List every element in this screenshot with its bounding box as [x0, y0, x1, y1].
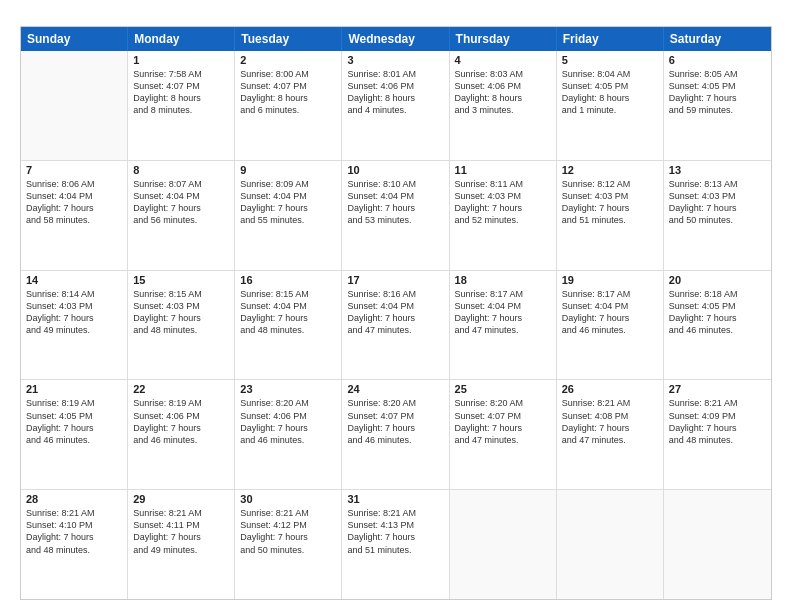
- calendar-cell: 3Sunrise: 8:01 AMSunset: 4:06 PMDaylight…: [342, 51, 449, 160]
- daylight-text-cont: and 8 minutes.: [133, 104, 229, 116]
- daylight-text: Daylight: 7 hours: [669, 202, 766, 214]
- daylight-text-cont: and 47 minutes.: [455, 324, 551, 336]
- day-number: 20: [669, 274, 766, 286]
- daylight-text: Daylight: 7 hours: [240, 422, 336, 434]
- day-number: 28: [26, 493, 122, 505]
- daylight-text-cont: and 52 minutes.: [455, 214, 551, 226]
- sunrise-text: Sunrise: 8:15 AM: [240, 288, 336, 300]
- daylight-text-cont: and 47 minutes.: [455, 434, 551, 446]
- calendar-cell: [557, 490, 664, 599]
- daylight-text-cont: and 46 minutes.: [133, 434, 229, 446]
- sunrise-text: Sunrise: 8:04 AM: [562, 68, 658, 80]
- sunset-text: Sunset: 4:04 PM: [133, 190, 229, 202]
- sunrise-text: Sunrise: 8:06 AM: [26, 178, 122, 190]
- sunset-text: Sunset: 4:04 PM: [26, 190, 122, 202]
- sunset-text: Sunset: 4:07 PM: [347, 410, 443, 422]
- calendar-cell: 15Sunrise: 8:15 AMSunset: 4:03 PMDayligh…: [128, 271, 235, 380]
- calendar-cell: 14Sunrise: 8:14 AMSunset: 4:03 PMDayligh…: [21, 271, 128, 380]
- daylight-text-cont: and 49 minutes.: [26, 324, 122, 336]
- sunset-text: Sunset: 4:03 PM: [669, 190, 766, 202]
- day-number: 7: [26, 164, 122, 176]
- sunset-text: Sunset: 4:11 PM: [133, 519, 229, 531]
- sunrise-text: Sunrise: 8:20 AM: [240, 397, 336, 409]
- sunset-text: Sunset: 4:07 PM: [455, 410, 551, 422]
- daylight-text: Daylight: 8 hours: [240, 92, 336, 104]
- sunset-text: Sunset: 4:06 PM: [133, 410, 229, 422]
- calendar-cell: 9Sunrise: 8:09 AMSunset: 4:04 PMDaylight…: [235, 161, 342, 270]
- daylight-text: Daylight: 7 hours: [669, 312, 766, 324]
- calendar-cell: 11Sunrise: 8:11 AMSunset: 4:03 PMDayligh…: [450, 161, 557, 270]
- calendar-cell: 25Sunrise: 8:20 AMSunset: 4:07 PMDayligh…: [450, 380, 557, 489]
- weekday-header: Sunday: [21, 27, 128, 51]
- sunset-text: Sunset: 4:05 PM: [669, 80, 766, 92]
- day-number: 10: [347, 164, 443, 176]
- calendar-cell: 7Sunrise: 8:06 AMSunset: 4:04 PMDaylight…: [21, 161, 128, 270]
- sunrise-text: Sunrise: 8:17 AM: [562, 288, 658, 300]
- daylight-text: Daylight: 7 hours: [347, 202, 443, 214]
- calendar-cell: 31Sunrise: 8:21 AMSunset: 4:13 PMDayligh…: [342, 490, 449, 599]
- day-number: 31: [347, 493, 443, 505]
- weekday-header: Wednesday: [342, 27, 449, 51]
- day-number: 26: [562, 383, 658, 395]
- daylight-text: Daylight: 7 hours: [133, 202, 229, 214]
- daylight-text: Daylight: 7 hours: [347, 531, 443, 543]
- day-number: 4: [455, 54, 551, 66]
- calendar-cell: 28Sunrise: 8:21 AMSunset: 4:10 PMDayligh…: [21, 490, 128, 599]
- sunset-text: Sunset: 4:06 PM: [455, 80, 551, 92]
- sunrise-text: Sunrise: 8:00 AM: [240, 68, 336, 80]
- daylight-text-cont: and 46 minutes.: [347, 434, 443, 446]
- sunrise-text: Sunrise: 8:11 AM: [455, 178, 551, 190]
- daylight-text-cont: and 50 minutes.: [669, 214, 766, 226]
- day-number: 23: [240, 383, 336, 395]
- daylight-text: Daylight: 8 hours: [133, 92, 229, 104]
- sunrise-text: Sunrise: 8:21 AM: [26, 507, 122, 519]
- daylight-text-cont: and 55 minutes.: [240, 214, 336, 226]
- calendar-cell: 24Sunrise: 8:20 AMSunset: 4:07 PMDayligh…: [342, 380, 449, 489]
- calendar-cell: 17Sunrise: 8:16 AMSunset: 4:04 PMDayligh…: [342, 271, 449, 380]
- calendar-header: SundayMondayTuesdayWednesdayThursdayFrid…: [21, 27, 771, 51]
- sunset-text: Sunset: 4:03 PM: [562, 190, 658, 202]
- day-number: 15: [133, 274, 229, 286]
- day-number: 25: [455, 383, 551, 395]
- calendar-cell: 16Sunrise: 8:15 AMSunset: 4:04 PMDayligh…: [235, 271, 342, 380]
- day-number: 2: [240, 54, 336, 66]
- daylight-text: Daylight: 7 hours: [133, 422, 229, 434]
- daylight-text: Daylight: 7 hours: [26, 531, 122, 543]
- sunrise-text: Sunrise: 8:07 AM: [133, 178, 229, 190]
- day-number: 14: [26, 274, 122, 286]
- sunrise-text: Sunrise: 8:21 AM: [240, 507, 336, 519]
- weekday-header: Tuesday: [235, 27, 342, 51]
- daylight-text: Daylight: 7 hours: [133, 312, 229, 324]
- daylight-text: Daylight: 7 hours: [669, 92, 766, 104]
- day-number: 22: [133, 383, 229, 395]
- day-number: 8: [133, 164, 229, 176]
- day-number: 24: [347, 383, 443, 395]
- calendar-cell: 5Sunrise: 8:04 AMSunset: 4:05 PMDaylight…: [557, 51, 664, 160]
- sunset-text: Sunset: 4:06 PM: [240, 410, 336, 422]
- calendar-cell: [450, 490, 557, 599]
- daylight-text: Daylight: 7 hours: [240, 531, 336, 543]
- sunrise-text: Sunrise: 8:17 AM: [455, 288, 551, 300]
- sunrise-text: Sunrise: 8:10 AM: [347, 178, 443, 190]
- daylight-text: Daylight: 7 hours: [347, 312, 443, 324]
- day-number: 9: [240, 164, 336, 176]
- day-number: 30: [240, 493, 336, 505]
- calendar-cell: 13Sunrise: 8:13 AMSunset: 4:03 PMDayligh…: [664, 161, 771, 270]
- sunrise-text: Sunrise: 8:12 AM: [562, 178, 658, 190]
- sunrise-text: Sunrise: 8:18 AM: [669, 288, 766, 300]
- daylight-text: Daylight: 7 hours: [562, 312, 658, 324]
- daylight-text: Daylight: 7 hours: [240, 312, 336, 324]
- sunset-text: Sunset: 4:08 PM: [562, 410, 658, 422]
- daylight-text: Daylight: 7 hours: [26, 422, 122, 434]
- daylight-text-cont: and 6 minutes.: [240, 104, 336, 116]
- daylight-text-cont: and 46 minutes.: [562, 324, 658, 336]
- sunrise-text: Sunrise: 8:21 AM: [133, 507, 229, 519]
- sunrise-text: Sunrise: 8:21 AM: [562, 397, 658, 409]
- sunset-text: Sunset: 4:04 PM: [455, 300, 551, 312]
- daylight-text: Daylight: 7 hours: [455, 202, 551, 214]
- daylight-text-cont: and 51 minutes.: [562, 214, 658, 226]
- calendar-cell: 30Sunrise: 8:21 AMSunset: 4:12 PMDayligh…: [235, 490, 342, 599]
- sunset-text: Sunset: 4:04 PM: [240, 300, 336, 312]
- daylight-text-cont: and 59 minutes.: [669, 104, 766, 116]
- day-number: 3: [347, 54, 443, 66]
